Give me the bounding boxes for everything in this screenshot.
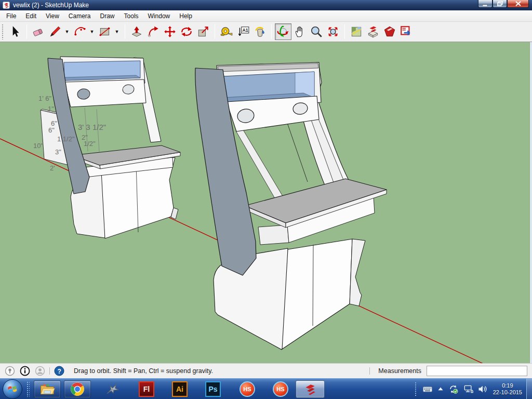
3d-viewport[interactable]: 1' 6" 1" 6" 6" 3' 3 1/2" 2" 1/2" 10" 1 1… (0, 42, 532, 363)
geolocation-icon[interactable] (5, 366, 15, 376)
toolbar-grip[interactable] (2, 24, 4, 39)
svg-text:?: ? (58, 368, 61, 375)
model-scene (0, 42, 532, 363)
dimension-label: 1 1/2" (57, 135, 75, 143)
rectangle-tool-dropdown[interactable]: ▼ (113, 23, 121, 40)
credits-info-icon[interactable] (20, 366, 30, 376)
illustrator-app-label: Ai (176, 385, 183, 393)
hs-app-button-1[interactable]: HS (240, 381, 255, 397)
sketchup-icon (303, 382, 317, 396)
close-button[interactable] (507, 0, 529, 8)
eraser-icon (32, 25, 45, 38)
left-model[interactable] (41, 57, 180, 238)
restore-button[interactable] (493, 0, 507, 8)
pan-hand-icon (293, 25, 307, 38)
arc-tool-dropdown[interactable]: ▼ (88, 23, 96, 40)
window-title: vewlix (2) - SketchUp Make (13, 2, 89, 9)
start-button[interactable] (3, 379, 22, 399)
show-hidden-icons-button[interactable] (437, 384, 444, 394)
zoom-extents-button[interactable] (325, 23, 341, 40)
tape-measure-icon (220, 25, 233, 38)
text-icon: A1 (236, 25, 250, 38)
photoshop-app-label: Ps (208, 385, 217, 393)
measurements-input[interactable] (427, 366, 527, 376)
explorer-taskbar-button[interactable] (34, 380, 61, 398)
help-question-icon[interactable]: ? (54, 366, 64, 376)
menu-draw[interactable]: Draw (96, 11, 119, 21)
menu-camera[interactable]: Camera (64, 11, 96, 21)
system-tray: 0:19 22-10-2015 (415, 379, 532, 399)
text-tool-button[interactable]: A1 (235, 23, 251, 40)
jet-icon (104, 381, 120, 397)
toolbar: ▼ ▼ ▼ (0, 22, 532, 42)
chrome-icon (70, 382, 85, 396)
volume-tray-icon[interactable] (477, 384, 488, 394)
dimension-label: 3' 3 1/2" (78, 123, 106, 131)
clock-date: 22-10-2015 (493, 389, 522, 396)
restore-icon (497, 1, 503, 6)
line-tool-button[interactable] (47, 23, 63, 40)
chrome-taskbar-button[interactable] (64, 380, 91, 398)
sign-in-person-icon[interactable] (35, 366, 45, 376)
sync-status-tray-icon[interactable] (448, 384, 459, 394)
move-tool-button[interactable] (162, 23, 178, 40)
illustrator-app-button[interactable]: Ai (172, 381, 188, 397)
status-hint-text: Drag to orbit. Shift = Pan, Ctrl = suspe… (74, 367, 213, 375)
keyboard-tray-icon[interactable] (422, 384, 433, 394)
taskbar-grip[interactable] (26, 381, 30, 397)
tape-measure-tool-button[interactable] (218, 23, 235, 40)
menu-edit[interactable]: Edit (21, 11, 41, 21)
flash-app-button[interactable]: Fl (139, 381, 154, 397)
pushpull-icon (130, 25, 143, 38)
photoshop-app-button[interactable]: Ps (205, 381, 221, 397)
taskbar: Fl Ai Ps HS HS (0, 378, 532, 399)
rotate-tool-button[interactable] (178, 23, 195, 40)
3d-warehouse-button[interactable] (365, 23, 381, 40)
menu-tools[interactable]: Tools (119, 11, 143, 21)
dimension-label: 1" (48, 105, 54, 113)
layout-export-icon (400, 25, 413, 38)
menu-help[interactable]: Help (175, 11, 197, 21)
close-icon (515, 1, 521, 6)
menu-file[interactable]: File (2, 11, 21, 21)
arc-tool-button[interactable] (72, 23, 88, 40)
follow-me-icon (147, 25, 160, 38)
clock-time: 0:19 (493, 382, 522, 389)
line-tool-dropdown[interactable]: ▼ (63, 23, 71, 40)
pan-tool-button[interactable] (291, 23, 308, 40)
zoom-icon (310, 25, 323, 38)
tray-grip[interactable] (415, 382, 417, 396)
share-model-button[interactable] (381, 23, 398, 40)
move-icon (163, 25, 177, 38)
scale-tool-button[interactable] (195, 23, 211, 40)
network-tray-icon[interactable] (463, 384, 473, 394)
add-location-button[interactable] (348, 23, 365, 40)
eraser-tool-button[interactable] (30, 23, 47, 40)
send-to-layout-button[interactable] (398, 23, 415, 40)
windows-flag-icon (7, 383, 18, 395)
sketchup-taskbar-button[interactable] (296, 380, 325, 398)
zoom-tool-button[interactable] (308, 23, 325, 40)
menu-window[interactable]: Window (143, 11, 175, 21)
pushpull-tool-button[interactable] (128, 23, 145, 40)
menu-view[interactable]: View (41, 11, 64, 21)
paint-bucket-tool-button[interactable] (251, 23, 268, 40)
select-arrow-icon (8, 25, 22, 38)
select-tool-button[interactable] (7, 23, 23, 40)
dimension-label: 1/2" (84, 140, 96, 148)
jet-app-button[interactable] (104, 381, 120, 397)
dimension-label: 1' 6" (38, 95, 51, 102)
minimize-button[interactable] (478, 0, 493, 8)
scale-icon (196, 25, 210, 38)
followme-tool-button[interactable] (145, 23, 162, 40)
orbit-tool-button[interactable] (275, 23, 291, 40)
tray-clock[interactable]: 0:19 22-10-2015 (493, 382, 522, 396)
rectangle-tool-button[interactable] (97, 23, 113, 40)
desktop: vewlix (2) - SketchUp Make File Edit Vie… (0, 0, 532, 399)
folder-icon (39, 382, 55, 396)
right-model[interactable] (195, 62, 387, 350)
show-desktop-button[interactable] (526, 379, 532, 399)
dimension-label: 2' (50, 164, 55, 172)
rotate-icon (180, 25, 193, 38)
hs-app-button-2[interactable]: HS (273, 381, 288, 397)
